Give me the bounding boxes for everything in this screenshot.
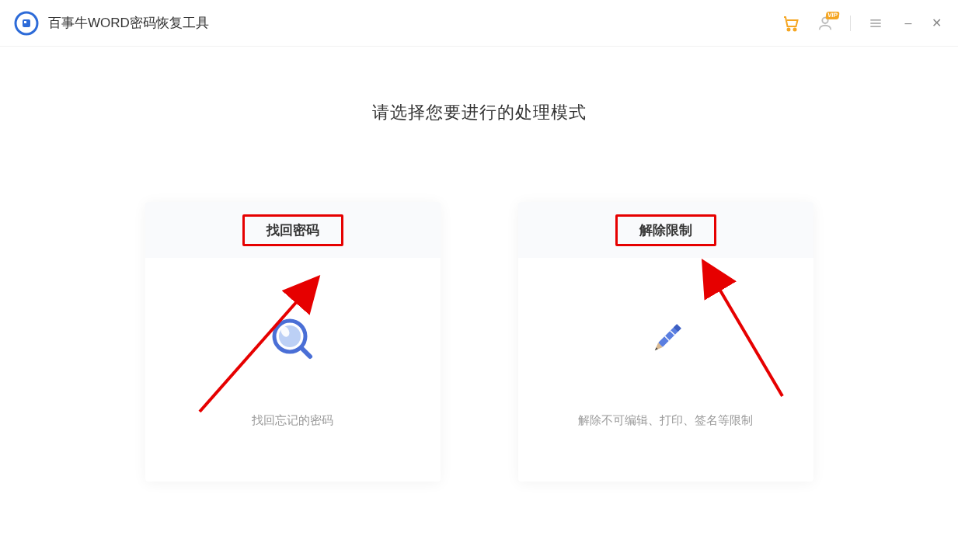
window-controls: – ✕ xyxy=(901,16,944,31)
card-recover-password[interactable]: 找回密码 找回忘记的密码 xyxy=(145,202,441,482)
card-body: 解除不可编辑、打印、签名等限制 xyxy=(518,258,813,482)
svg-line-12 xyxy=(302,349,310,357)
magnifier-icon xyxy=(266,312,320,367)
main-content: 请选择您要进行的处理模式 找回密码 找回忘记的密码 xyxy=(0,47,958,560)
title-left: 百事牛WORD密码恢复工具 xyxy=(14,11,209,36)
titlebar: 百事牛WORD密码恢复工具 VIP xyxy=(0,0,958,47)
pencil-icon xyxy=(639,312,693,367)
card-header: 找回密码 xyxy=(145,202,441,258)
close-button[interactable]: ✕ xyxy=(928,16,944,31)
minimize-button[interactable]: – xyxy=(901,16,916,31)
card-title: 解除限制 xyxy=(615,214,716,246)
mode-cards: 找回密码 找回忘记的密码 xyxy=(145,202,813,482)
card-remove-restriction[interactable]: 解除限制 xyxy=(518,202,813,482)
card-body: 找回忘记的密码 xyxy=(145,258,441,482)
card-title: 找回密码 xyxy=(242,214,343,246)
svg-point-3 xyxy=(788,28,790,30)
title-right: VIP – ✕ xyxy=(782,14,944,33)
svg-point-4 xyxy=(794,28,796,30)
svg-rect-2 xyxy=(24,21,26,23)
card-description: 解除不可编辑、打印、签名等限制 xyxy=(578,413,753,428)
app-title: 百事牛WORD密码恢复工具 xyxy=(48,14,209,32)
divider xyxy=(850,16,851,31)
app-logo-icon xyxy=(14,11,39,36)
card-description: 找回忘记的密码 xyxy=(252,413,333,428)
menu-icon[interactable] xyxy=(866,14,885,33)
app-window: 百事牛WORD密码恢复工具 VIP xyxy=(0,0,958,560)
card-header: 解除限制 xyxy=(518,202,813,258)
cart-icon[interactable] xyxy=(782,14,800,33)
user-vip-icon[interactable]: VIP xyxy=(816,14,834,33)
vip-badge: VIP xyxy=(825,12,839,19)
page-heading: 请选择您要进行的处理模式 xyxy=(372,101,587,124)
